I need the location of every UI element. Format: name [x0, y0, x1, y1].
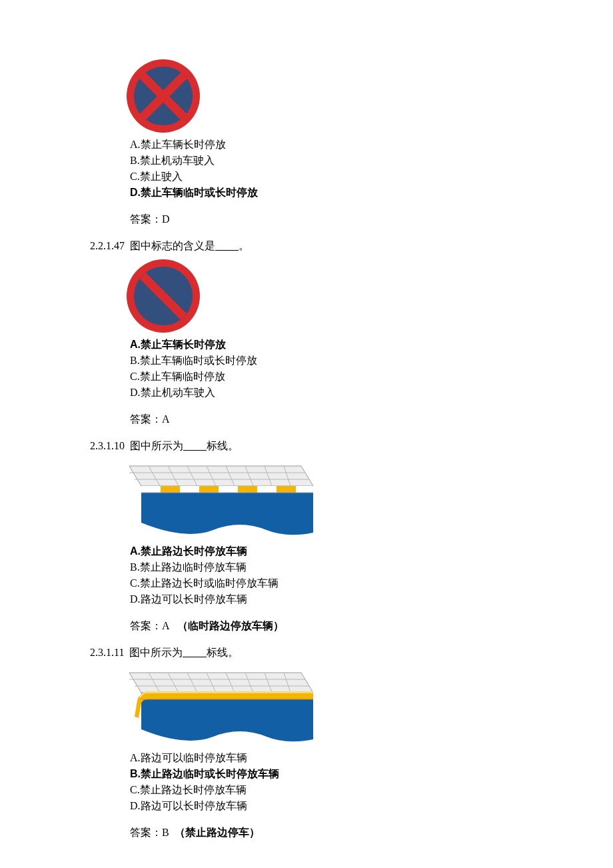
- q2-option-d: D.禁止机动车驶入: [130, 385, 523, 401]
- q4-number: 2.3.1.11 图中所示为标线。: [90, 645, 523, 661]
- sign-inner: [134, 67, 193, 125]
- q4-options: A.路边可以临时停放车辆 B.禁止路边临时或长时停放车辆 C.禁止路边长时停放车…: [90, 750, 523, 814]
- svg-rect-15: [180, 486, 199, 493]
- q4-option-c: C.禁止路边长时停放车辆: [130, 782, 523, 798]
- document-page: A.禁止车辆长时停放 B.禁止机动车驶入 C.禁止驶入 D.禁止车辆临时或长时停…: [0, 0, 613, 868]
- q1-options: A.禁止车辆长时停放 B.禁止机动车驶入 C.禁止驶入 D.禁止车辆临时或长时停…: [90, 137, 523, 201]
- svg-rect-13: [141, 486, 161, 493]
- q3-answer-note: （临时路边停放车辆）: [177, 620, 284, 631]
- curb-solid-marking-icon: [127, 666, 316, 746]
- q3-answer: 答案：A （临时路边停放车辆）: [90, 618, 523, 634]
- blank-underline: [183, 646, 206, 657]
- q4-num-text2: 标线。: [207, 647, 239, 658]
- q2-option-b: B.禁止车辆临时或长时停放: [130, 353, 523, 369]
- q3-num-prefix: 2.3.1.10: [90, 440, 125, 451]
- q4-option-b: B.禁止路边临时或长时停放车辆: [130, 766, 523, 782]
- q3-image: [90, 457, 523, 543]
- no-stopping-sign-icon: [127, 59, 200, 133]
- q3-option-d: D.路边可以长时停放车辆: [130, 591, 523, 607]
- q3-num-text1: 图中所示为: [130, 440, 183, 451]
- q4-answer: 答案：B （禁止路边停车）: [90, 825, 523, 841]
- q2-option-a: A.禁止车辆长时停放: [130, 337, 523, 353]
- q4-option-d: D.路边可以长时停放车辆: [130, 798, 523, 814]
- blank-underline: [215, 239, 239, 250]
- q2-number: 2.2.1.47 图中标志的含义是。: [90, 238, 523, 254]
- svg-rect-17: [219, 486, 238, 493]
- q3-num-text2: 标线。: [207, 440, 239, 451]
- svg-rect-18: [238, 486, 257, 493]
- q1-answer: 答案：D: [90, 211, 523, 227]
- blank-underline: [183, 439, 207, 450]
- svg-rect-16: [199, 486, 219, 493]
- q1-option-d: D.禁止车辆临时或长时停放: [130, 185, 523, 201]
- svg-rect-21: [296, 486, 313, 493]
- q2-num-text1: 图中标志的含义是: [130, 240, 215, 251]
- q3-answer-prefix: 答案：A: [130, 620, 169, 631]
- sign-bar-1: [134, 267, 193, 325]
- q4-answer-note: （禁止路边停车）: [175, 827, 260, 838]
- q2-option-c: C.禁止车辆临时停放: [130, 369, 523, 385]
- q2-sign: [90, 257, 523, 337]
- svg-rect-20: [277, 486, 296, 493]
- q3-option-b: B.禁止路边临时停放车辆: [130, 559, 523, 575]
- q3-option-a: A.禁止路边长时停放车辆: [130, 543, 523, 559]
- q3-options: A.禁止路边长时停放车辆 B.禁止路边临时停放车辆 C.禁止路边长时或临时停放车…: [90, 543, 523, 607]
- q4-num-prefix: 2.3.1.11: [90, 647, 124, 658]
- q1-option-b: B.禁止机动车驶入: [130, 153, 523, 169]
- q4-image: [90, 663, 523, 750]
- q1-option-c: C.禁止驶入: [130, 169, 523, 185]
- q1-sign: [90, 57, 523, 137]
- q3-number: 2.3.1.10 图中所示为标线。: [90, 438, 523, 454]
- q1-option-a: A.禁止车辆长时停放: [130, 137, 523, 153]
- q2-num-end: 。: [239, 240, 249, 251]
- q2-num-prefix: 2.2.1.47: [90, 240, 125, 251]
- svg-marker-0: [129, 466, 313, 486]
- q2-options: A.禁止车辆长时停放 B.禁止车辆临时或长时停放 C.禁止车辆临时停放 D.禁止…: [90, 337, 523, 401]
- curb-dashed-marking-icon: [127, 459, 316, 539]
- q2-answer: 答案：A: [90, 411, 523, 427]
- svg-marker-23: [129, 673, 313, 693]
- q4-option-a: A.路边可以临时停放车辆: [130, 750, 523, 766]
- sign-inner: [134, 267, 193, 325]
- q4-answer-prefix: 答案：B: [130, 827, 169, 838]
- svg-rect-19: [257, 486, 277, 493]
- q3-option-c: C.禁止路边长时或临时停放车辆: [130, 575, 523, 591]
- no-long-parking-sign-icon: [127, 259, 200, 333]
- q4-num-text1: 图中所示为: [129, 647, 183, 658]
- svg-rect-14: [161, 486, 180, 493]
